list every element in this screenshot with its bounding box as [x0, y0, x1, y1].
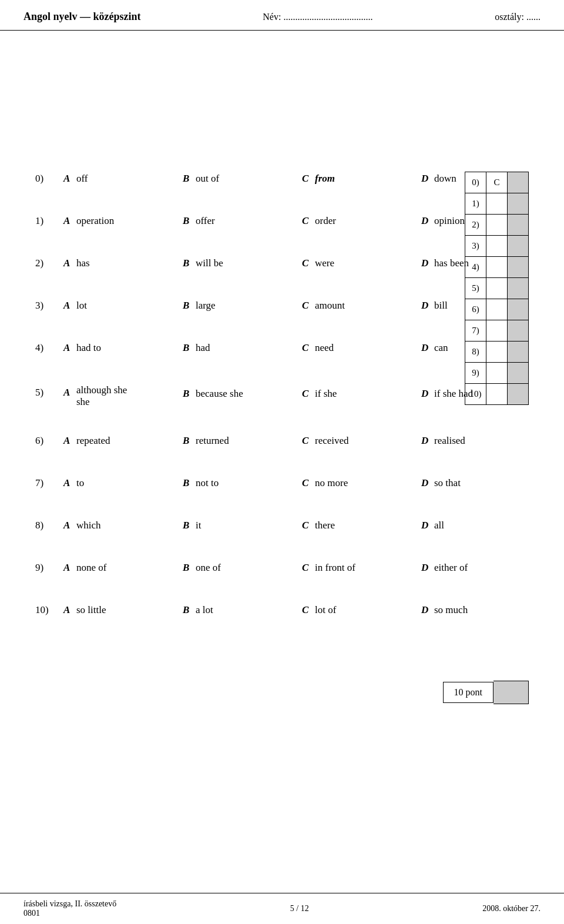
opt-text-5-d: if she had: [434, 387, 511, 400]
opt-text-8-d: all: [434, 518, 511, 531]
opt-letter-1-d: D: [421, 214, 434, 227]
question-row-3: 3) A lot B large C amount D: [35, 299, 465, 324]
option-1-d: D opinion: [421, 214, 511, 227]
opt-letter-3-c: C: [302, 299, 315, 312]
answer-row-9: 9): [465, 363, 529, 384]
q-options-6: A repeated B returned C received D reali…: [63, 434, 529, 447]
answer-shade-3: [508, 236, 529, 257]
opt-text-9-b: one of: [196, 561, 272, 574]
footer-line1: írásbeli vizsga, II. összetevő: [24, 899, 116, 909]
q-num-6: 6): [35, 434, 63, 447]
answer-num-3: 3): [465, 236, 486, 257]
answer-val-9: [486, 363, 508, 384]
opt-letter-5-b: B: [183, 387, 196, 400]
answer-num-5: 5): [465, 278, 486, 299]
option-7-d: D so that: [421, 476, 511, 489]
q-num-2: 2): [35, 256, 63, 269]
opt-letter-1-c: C: [302, 214, 315, 227]
opt-letter-6-c: C: [302, 434, 315, 447]
option-6-d: D realised: [421, 434, 511, 447]
opt-text-9-d: either of: [434, 561, 511, 574]
footer-left: írásbeli vizsga, II. összetevő 0801: [24, 899, 116, 918]
opt-text-1-b: offer: [196, 214, 272, 227]
question-row-2: 2) A has B will be C were D: [35, 256, 465, 282]
option-6-c: C received: [302, 434, 417, 447]
option-9-d: D either of: [421, 561, 511, 574]
question-row-8: 8) A which B it C there D: [35, 518, 529, 544]
points-value: [494, 681, 529, 704]
option-10-d: D so much: [421, 603, 511, 616]
opt-text-0-b: out of: [196, 172, 272, 185]
opt-letter-1-b: B: [183, 214, 196, 227]
opt-text-3-d: bill: [434, 299, 511, 312]
option-6-a: A repeated: [63, 434, 178, 447]
option-5-b: B because she: [183, 383, 297, 400]
option-7-a: A to: [63, 476, 178, 489]
opt-letter-7-d: D: [421, 476, 434, 489]
answer-num-1: 1): [465, 193, 486, 215]
question-row-9: 9) A none of B one of C in front of: [35, 561, 529, 587]
opt-text-1-a: operation: [76, 214, 153, 227]
option-4-a: A had to: [63, 341, 178, 354]
opt-text-10-a: so little: [76, 603, 153, 616]
opt-text-2-c: were: [315, 256, 391, 269]
opt-letter-3-d: D: [421, 299, 434, 312]
option-7-c: C no more: [302, 476, 417, 489]
opt-letter-3-b: B: [183, 299, 196, 312]
opt-text-6-a: repeated: [76, 434, 153, 447]
option-1-c: C order: [302, 214, 417, 227]
opt-letter-10-d: D: [421, 603, 434, 616]
q-num-1: 1): [35, 214, 63, 227]
q-options-7: A to B not to C no more D so that: [63, 476, 529, 489]
option-3-a: A lot: [63, 299, 178, 312]
opt-letter-7-c: C: [302, 476, 315, 489]
q-options-4: A had to B had C need D can: [63, 341, 515, 354]
answer-row-7: 7): [465, 320, 529, 342]
opt-text-4-c: need: [315, 341, 391, 354]
opt-text-8-b: it: [196, 518, 272, 531]
option-6-b: B returned: [183, 434, 297, 447]
q-options-1: A operation B offer C order D opinion: [63, 214, 515, 227]
option-8-c: C there: [302, 518, 417, 531]
opt-letter-6-b: B: [183, 434, 196, 447]
opt-letter-9-d: D: [421, 561, 434, 574]
page-footer: írásbeli vizsga, II. összetevő 0801 5 / …: [0, 893, 564, 924]
opt-text-3-b: large: [196, 299, 272, 312]
points-label: 10 pont: [443, 682, 494, 703]
option-7-b: B not to: [183, 476, 297, 489]
q-options-8: A which B it C there D all: [63, 518, 529, 531]
option-0-b: B out of: [183, 172, 297, 185]
answer-num-7: 7): [465, 320, 486, 342]
footer-date: 2008. október 27.: [482, 904, 540, 913]
q-options-9: A none of B one of C in front of D eithe…: [63, 561, 529, 574]
opt-letter-0-a: A: [63, 172, 76, 185]
opt-letter-8-a: A: [63, 518, 76, 531]
opt-text-6-d: realised: [434, 434, 511, 447]
q-num-3: 3): [35, 299, 63, 312]
opt-text-5-b: because she: [196, 387, 272, 400]
q-num-8: 8): [35, 518, 63, 531]
opt-letter-10-b: B: [183, 603, 196, 616]
option-0-a: A off: [63, 172, 178, 185]
option-2-c: C were: [302, 256, 417, 269]
option-3-d: D bill: [421, 299, 511, 312]
option-3-c: C amount: [302, 299, 417, 312]
points-area: 10 pont: [35, 681, 529, 704]
q-options-3: A lot B large C amount D bill: [63, 299, 515, 312]
opt-letter-4-b: B: [183, 341, 196, 354]
opt-text-4-a: had to: [76, 341, 153, 354]
question-row-6: 6) A repeated B returned C received: [35, 434, 529, 460]
footer-page: 5 / 12: [290, 904, 309, 913]
opt-text-0-a: off: [76, 172, 153, 185]
header-title: Angol nyelv — középszint: [24, 11, 141, 23]
question-row-5: 5) A although she she B because she: [35, 383, 465, 417]
option-4-b: B had: [183, 341, 297, 354]
opt-text-9-a: none of: [76, 561, 153, 574]
option-10-a: A so little: [63, 603, 178, 616]
opt-text-5-a: although she she: [76, 383, 153, 408]
opt-letter-4-d: D: [421, 341, 434, 354]
opt-letter-6-a: A: [63, 434, 76, 447]
answer-shade-9: [508, 363, 529, 384]
opt-letter-9-a: A: [63, 561, 76, 574]
opt-text-6-c: received: [315, 434, 391, 447]
